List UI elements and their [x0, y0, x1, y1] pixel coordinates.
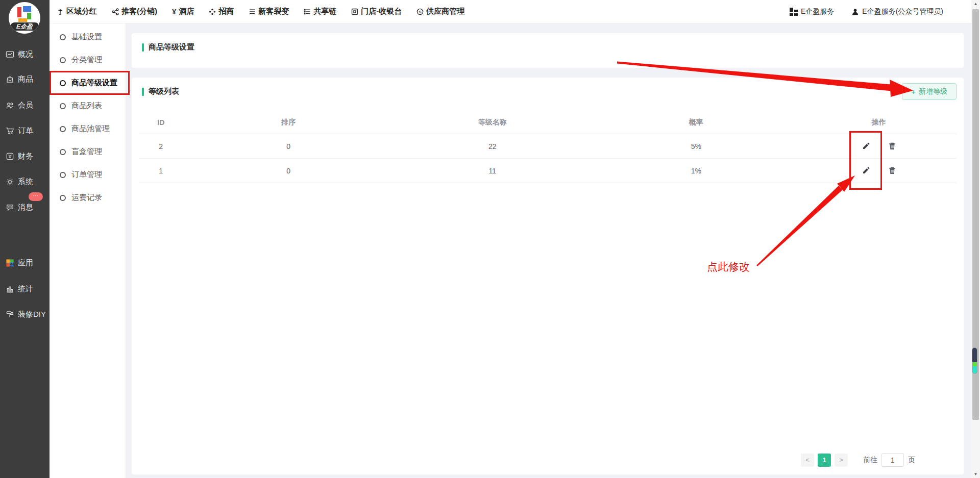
sidebar-item-system[interactable]: 系统 [6, 176, 33, 187]
pagination: < 1 > 前往 页 [801, 453, 915, 467]
nav-item-region-dividend[interactable]: 区域分红 [57, 7, 97, 16]
hotel-yen-icon: ¥ [172, 7, 176, 16]
sidebar-item-label: 系统 [18, 177, 33, 187]
cell-rate: 1% [591, 167, 801, 175]
top-right-area: E企盈服务 E企盈服务(公众号管理员) [790, 0, 943, 23]
cell-level-name: 11 [394, 167, 591, 175]
sidebar-item-label: 消息 [18, 203, 33, 212]
edit-button[interactable] [862, 166, 870, 175]
nav-item-label: 共享链 [313, 7, 336, 16]
goto-page-input[interactable] [881, 453, 904, 467]
sub-sidebar: 基础设置 分类管理 商品等级设置 商品列表 商品池管理 盲盒管理 订单管理 运费… [50, 23, 126, 478]
decorate-icon [6, 310, 14, 319]
submenu-item-category-management[interactable]: 分类管理 [50, 48, 126, 71]
submenu-label: 基础设置 [71, 32, 102, 42]
app-logo[interactable]: E企盈 [9, 2, 40, 34]
vertical-scrollbar[interactable]: ▲ ▼ [971, 0, 980, 478]
cell-sort: 0 [183, 167, 394, 175]
submenu-item-goods-level-settings[interactable]: 商品等级设置 [50, 71, 126, 94]
sidebar-item-member[interactable]: 会员 [6, 99, 33, 111]
scroll-down-icon[interactable]: ▼ [971, 472, 980, 476]
submenu-label: 运费记录 [71, 193, 102, 203]
circle-icon [60, 34, 66, 40]
edit-button[interactable] [862, 142, 870, 150]
nav-item-label: 区域分红 [66, 7, 97, 16]
sidebar-item-label: 统计 [18, 284, 33, 294]
submenu-item-freight-records[interactable]: 运费记录 [50, 186, 126, 209]
sidebar-item-apps[interactable]: 应用 [6, 257, 33, 268]
level-table: ID 排序 等级名称 概率 操作 2 0 22 5% 1 0 11 1% [139, 111, 957, 183]
sidebar-item-label: 财务 [18, 152, 33, 161]
sidebar-item-overview[interactable]: 概况 [6, 48, 33, 60]
goods-icon [6, 75, 14, 84]
submenu-item-goods-pool[interactable]: 商品池管理 [50, 117, 126, 140]
trash-icon [888, 142, 896, 150]
main-content: 商品等级设置 等级列表 + 新增等级 ID 排序 等级名称 概率 操作 2 0 … [126, 23, 971, 478]
account-menu[interactable]: E企盈服务(公众号管理员) [851, 7, 943, 16]
goto-label: 前往 [863, 456, 877, 465]
header-id: ID [139, 118, 183, 127]
scroll-up-icon[interactable]: ▲ [971, 2, 980, 6]
submenu-item-blind-box[interactable]: 盲盒管理 [50, 140, 126, 163]
sidebar-item-order[interactable]: 订单 [6, 125, 33, 136]
delete-button[interactable] [888, 142, 896, 150]
new-customer-fission-icon [249, 8, 256, 15]
submenu-label: 盲盒管理 [71, 147, 102, 157]
circle-icon [60, 149, 66, 155]
nav-item-label: 酒店 [179, 7, 194, 16]
service-label: E企盈服务 [801, 7, 834, 16]
table-row: 1 0 11 1% [139, 159, 957, 183]
logo-text: E企盈 [10, 22, 39, 31]
page-1-button[interactable]: 1 [818, 454, 831, 467]
add-level-label: 新增等级 [919, 87, 947, 96]
account-label: E企盈服务(公众号管理员) [862, 7, 943, 16]
table-header-row: ID 排序 等级名称 概率 操作 [139, 111, 957, 134]
supplier-icon: S [416, 8, 424, 15]
header-rate: 概率 [591, 118, 801, 127]
add-level-button[interactable]: + 新增等级 [902, 83, 957, 100]
nav-item-label: 新客裂变 [258, 7, 289, 16]
message-icon [6, 203, 14, 212]
order-icon [6, 127, 14, 135]
pencil-icon [862, 142, 870, 150]
distribution-share-icon [112, 8, 119, 15]
nav-item-investment[interactable]: 招商 [209, 7, 234, 16]
cell-id: 2 [139, 142, 183, 150]
submenu-label: 订单管理 [71, 170, 102, 180]
nav-item-shared-chain[interactable]: 共享链 [304, 7, 336, 16]
sidebar-item-finance[interactable]: 财务 [6, 150, 33, 162]
submenu-label: 商品池管理 [71, 124, 110, 134]
prev-page-button[interactable]: < [801, 454, 814, 467]
nav-item-distribution[interactable]: 推客(分销) [112, 7, 157, 16]
submenu-item-basic-settings[interactable]: 基础设置 [50, 26, 126, 48]
service-menu[interactable]: E企盈服务 [790, 7, 834, 16]
nav-item-label: 供应商管理 [426, 7, 464, 16]
submenu-label: 分类管理 [71, 55, 102, 65]
nav-item-store-cashier[interactable]: 门店-收银台 [351, 7, 402, 16]
nav-item-fission[interactable]: 新客裂变 [249, 7, 289, 16]
sidebar-item-decorate-diy[interactable]: 装修DIY [6, 309, 46, 320]
logo-mark-icon [17, 6, 32, 20]
next-page-button[interactable]: > [835, 454, 848, 467]
nav-item-hotel[interactable]: ¥ 酒店 [172, 7, 194, 16]
header-level-name: 等级名称 [394, 118, 591, 127]
circle-icon [60, 195, 66, 201]
circle-icon [60, 103, 66, 109]
sidebar-item-message[interactable]: 消息 [6, 202, 33, 213]
cell-level-name: 22 [394, 142, 591, 150]
submenu-item-goods-list[interactable]: 商品列表 [50, 94, 126, 117]
nav-item-label: 招商 [218, 7, 234, 16]
pencil-icon [862, 166, 870, 175]
submenu-item-order-management[interactable]: 订单管理 [50, 163, 126, 186]
delete-button[interactable] [888, 166, 896, 175]
page-title: 商品等级设置 [142, 42, 953, 52]
region-dividend-icon [57, 8, 64, 15]
accent-bar [142, 88, 144, 96]
sidebar-item-goods[interactable]: 商品 [6, 73, 33, 85]
sidebar-item-stats[interactable]: 统计 [6, 283, 33, 294]
circle-icon [60, 172, 66, 178]
nav-item-supplier[interactable]: S 供应商管理 [416, 7, 464, 16]
overview-icon [6, 50, 14, 59]
stats-icon [6, 285, 14, 293]
sidebar-item-label: 订单 [18, 126, 33, 136]
